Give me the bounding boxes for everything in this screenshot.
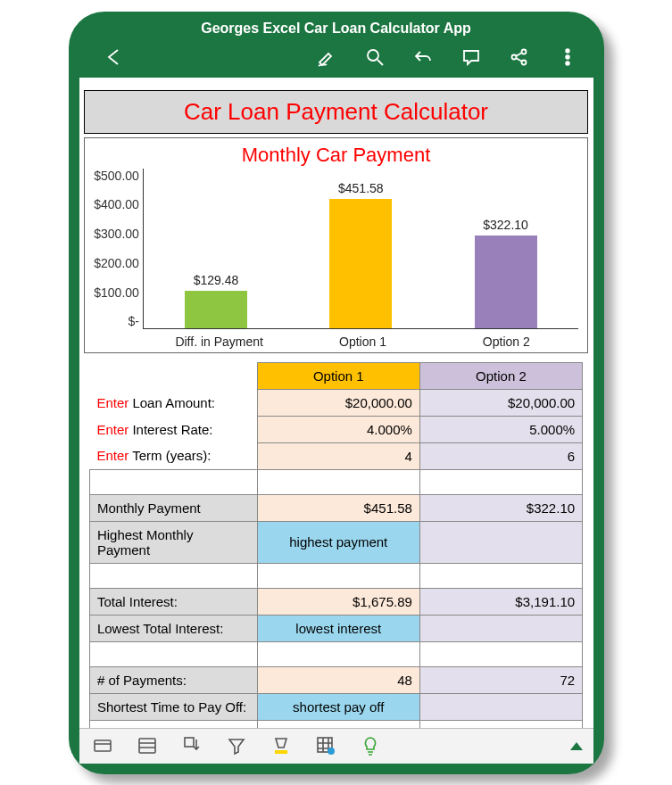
search-icon[interactable] xyxy=(363,45,386,69)
svg-point-4 xyxy=(566,49,569,53)
svg-point-6 xyxy=(566,62,569,65)
svg-rect-10 xyxy=(275,750,287,754)
row-monthly-payment: Monthly Payment $451.58 $322.10 xyxy=(89,494,582,521)
label-lowest-interest: Lowest Total Interest: xyxy=(89,615,257,641)
table-settings-icon[interactable] xyxy=(313,733,338,758)
spreadsheet-area[interactable]: Car Loan Payment Calculator Monthly Car … xyxy=(79,78,593,728)
svg-point-0 xyxy=(368,50,378,61)
highlight-icon[interactable] xyxy=(269,733,294,758)
shortest-opt2 xyxy=(419,693,582,720)
lowest-opt1: lowest interest xyxy=(257,615,419,641)
more-icon[interactable] xyxy=(556,45,579,69)
svg-rect-8 xyxy=(139,739,155,753)
term-opt2[interactable]: 6 xyxy=(419,442,582,469)
top-toolbar xyxy=(69,42,604,78)
chart-container: Monthly Car Payment $500.00$400.00$300.0… xyxy=(84,137,587,353)
row-loan-amount: Enter Loan Amount: $20,000.00 $20,000.00 xyxy=(89,389,582,416)
label-num-payments: # of Payments: xyxy=(89,666,257,693)
undo-icon[interactable] xyxy=(411,45,435,69)
filter-icon[interactable] xyxy=(224,733,249,758)
data-table: Option 1 Option 2 Enter Loan Amount: $20… xyxy=(89,362,583,728)
label-highest: Highest Monthly Payment xyxy=(89,521,257,563)
total-interest-opt2: $3,191.10 xyxy=(419,588,582,615)
chart-title: Monthly Car Payment xyxy=(94,144,577,167)
numpay-opt1: 48 xyxy=(257,666,419,693)
numpay-opt2: 72 xyxy=(419,666,582,693)
total-interest-opt1: $1,675.89 xyxy=(257,588,419,615)
expand-up-button[interactable] xyxy=(570,742,583,750)
label-total-interest: Total Interest: xyxy=(89,588,257,615)
loan-amount-opt2[interactable]: $20,000.00 xyxy=(419,389,582,416)
comment-icon[interactable] xyxy=(460,45,483,69)
chart-plot: $129.48$451.58$322.10 xyxy=(143,169,578,329)
loan-amount-opt1[interactable]: $20,000.00 xyxy=(257,389,419,416)
header-option2: Option 2 xyxy=(419,362,582,389)
row-num-payments: # of Payments: 48 72 xyxy=(89,666,582,693)
row-interest-rate: Enter Interest Rate: 4.000% 5.000% xyxy=(89,416,582,442)
chart-y-axis: $500.00$400.00$300.00$200.00$100.00$- xyxy=(94,169,143,329)
idea-icon[interactable] xyxy=(358,733,383,758)
back-icon[interactable] xyxy=(103,45,126,69)
monthly-opt1: $451.58 xyxy=(257,494,419,521)
caret-up-icon xyxy=(570,742,583,750)
highest-opt2 xyxy=(419,521,582,563)
header-option1: Option 1 xyxy=(257,362,419,389)
draw-icon[interactable] xyxy=(315,45,338,69)
svg-point-5 xyxy=(566,55,569,59)
calculator-title-text: Car Loan Payment Calculator xyxy=(184,98,488,125)
interest-rate-opt2[interactable]: 5.000% xyxy=(419,416,582,442)
phone-frame: Georges Excel Car Loan Calculator App Ca… xyxy=(69,12,604,774)
row-term: Enter Term (years): 4 6 xyxy=(89,442,582,469)
calculator-title: Car Loan Payment Calculator xyxy=(84,90,587,134)
chart-x-axis: Diff. in PaymentOption 1Option 2 xyxy=(147,329,577,349)
lowest-opt2 xyxy=(419,615,582,641)
app-title: Georges Excel Car Loan Calculator App xyxy=(69,12,604,42)
svg-rect-9 xyxy=(185,738,194,747)
svg-point-12 xyxy=(328,748,335,755)
row-shortest: Shortest Time to Pay Off: shortest pay o… xyxy=(89,693,582,720)
row-highest-payment: Highest Monthly Payment highest payment xyxy=(89,521,582,563)
list-view-icon[interactable] xyxy=(135,733,160,758)
label-monthly: Monthly Payment xyxy=(89,494,257,521)
interest-rate-opt1[interactable]: 4.000% xyxy=(257,416,419,442)
bottom-toolbar xyxy=(79,728,593,764)
row-lowest-interest: Lowest Total Interest: lowest interest xyxy=(89,615,582,641)
shortest-opt1: shortest pay off xyxy=(257,693,419,720)
highest-opt1: highest payment xyxy=(257,521,419,563)
share-icon[interactable] xyxy=(508,45,531,69)
svg-rect-7 xyxy=(95,740,111,751)
monthly-opt2: $322.10 xyxy=(419,494,582,521)
card-view-icon[interactable] xyxy=(90,733,115,758)
label-shortest: Shortest Time to Pay Off: xyxy=(89,693,257,720)
sort-icon[interactable] xyxy=(179,733,204,758)
term-opt1[interactable]: 4 xyxy=(257,442,419,469)
row-total-interest: Total Interest: $1,675.89 $3,191.10 xyxy=(89,588,582,615)
